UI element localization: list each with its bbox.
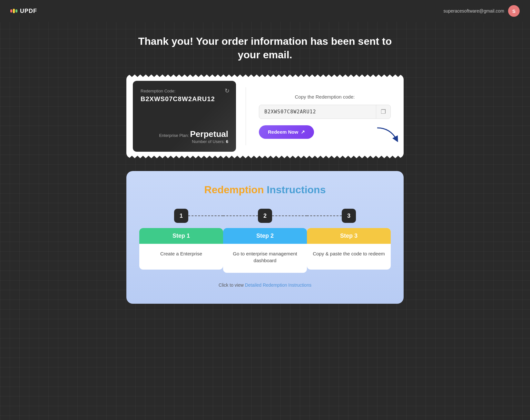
code-input-row: ❐ <box>259 105 391 119</box>
instructions-section: Redemption Instructions 1 Step 1 Create … <box>126 171 404 304</box>
header-right: superacesoftware@gmail.com S <box>443 5 520 17</box>
detailed-instructions-link[interactable]: Detailed Redemption Instructions <box>245 282 311 288</box>
step-1-card: Step 1 Create a Enterprise <box>139 228 223 270</box>
step-1-num-row: 1 <box>139 209 223 223</box>
header: UPDF superacesoftware@gmail.com S <box>0 0 530 22</box>
header-email: superacesoftware@gmail.com <box>443 8 504 14</box>
logo-text: UPDF <box>20 8 37 14</box>
ticket-divider <box>246 87 246 145</box>
step-1-item: 1 Step 1 Create a Enterprise <box>139 209 223 270</box>
main-content: Thank you! Your order information has be… <box>120 22 410 317</box>
step-2-header: Step 2 <box>223 228 307 244</box>
redemption-code-value: B2XWS07C8W2ARU12 <box>141 95 228 103</box>
step-1-number: 1 <box>174 209 188 223</box>
ticket-inner: Redemption Code: B2XWS07C8W2ARU12 ↻ Ente… <box>133 81 397 152</box>
step-3-header: Step 3 <box>307 228 391 244</box>
connector-1 <box>188 215 223 216</box>
logo-area: UPDF <box>10 8 37 14</box>
step-3-card: Step 3 Copy & paste the code to redeem <box>307 228 391 270</box>
step-2-number: 2 <box>258 209 272 223</box>
steps-grid: 1 Step 1 Create a Enterprise 2 Step 2 Go <box>139 209 391 273</box>
refresh-icon[interactable]: ↻ <box>225 87 230 94</box>
step-2-num-row: 2 <box>223 209 307 223</box>
ticket-plan-info: Enterprise Plan: Perpetual Number of Use… <box>141 129 228 144</box>
step-2-body: Go to enterprise management dashboard <box>223 244 307 273</box>
avatar[interactable]: S <box>508 5 520 17</box>
step-2-item: 2 Step 2 Go to enterprise management das… <box>223 209 307 273</box>
connector-2a <box>223 215 258 216</box>
title-part1: Redemption <box>204 184 264 196</box>
page-title: Thank you! Your order information has be… <box>126 35 404 62</box>
connector-2b <box>272 215 307 216</box>
step-3-item: 3 Step 3 Copy & paste the code to redeem <box>307 209 391 270</box>
logo-icon <box>10 9 17 13</box>
ticket-right: Copy the Redemption code: ❐ Redeem Now ↗ <box>256 81 397 152</box>
step-1-header: Step 1 <box>139 228 223 244</box>
step-3-num-row: 3 <box>307 209 391 223</box>
step-1-body: Create a Enterprise <box>139 244 223 270</box>
copy-label: Copy the Redemption code: <box>259 94 391 100</box>
users-count: Number of Users: 6 <box>141 139 228 144</box>
plan-label: Enterprise Plan: Perpetual <box>141 129 228 139</box>
ticket-card: Redemption Code: B2XWS07C8W2ARU12 ↻ Ente… <box>126 74 404 158</box>
redemption-code-label: Redemption Code: <box>141 89 228 93</box>
plan-name: Perpetual <box>190 129 229 139</box>
step-3-body: Copy & paste the code to redeem <box>307 244 391 270</box>
code-input[interactable] <box>259 105 376 119</box>
title-part2: Instructions <box>267 184 326 196</box>
redeem-now-button[interactable]: Redeem Now ↗ <box>259 125 314 139</box>
step-3-number: 3 <box>342 209 356 223</box>
connector-3 <box>307 215 342 216</box>
arrow-decoration <box>375 125 400 145</box>
instructions-title: Redemption Instructions <box>139 184 391 196</box>
detailed-link: Click to view Detailed Redemption Instru… <box>139 282 391 288</box>
step-2-card: Step 2 Go to enterprise management dashb… <box>223 228 307 273</box>
external-link-icon: ↗ <box>301 129 305 135</box>
copy-icon[interactable]: ❐ <box>376 105 390 119</box>
ticket-left: Redemption Code: B2XWS07C8W2ARU12 ↻ Ente… <box>133 81 236 152</box>
